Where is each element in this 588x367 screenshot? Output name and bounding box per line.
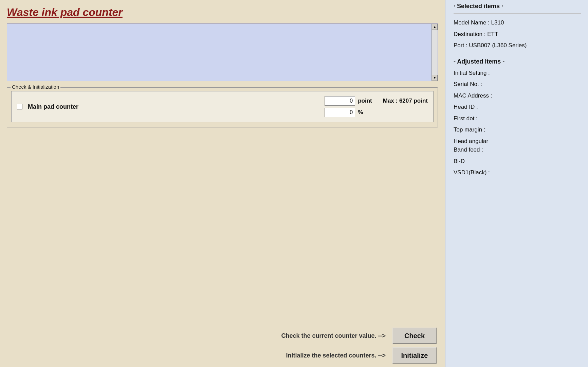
counter-inputs: point Max : 6207 point %: [325, 96, 428, 117]
scroll-up-arrow[interactable]: ▲: [432, 24, 438, 30]
scrollbar-track[interactable]: [432, 30, 438, 75]
page-title: Waste ink pad counter: [7, 6, 438, 19]
counter-box: Main pad counter point Max : 6207 point …: [11, 91, 434, 122]
percent-unit: %: [358, 109, 363, 116]
adjusted-items-header: - Adjusted items -: [454, 58, 581, 65]
main-pad-checkbox[interactable]: [17, 104, 22, 109]
scroll-down-arrow[interactable]: ▼: [432, 75, 438, 81]
check-button[interactable]: Check: [392, 328, 437, 344]
destination: Destination : ETT: [454, 30, 581, 39]
check-init-legend: Check & Initialization: [11, 84, 60, 90]
initialize-action-label: Initialize the selected counters. -->: [286, 352, 386, 359]
check-action-row: Check the current counter value. --> Che…: [7, 328, 438, 344]
initialize-action-row: Initialize the selected counters. --> In…: [7, 347, 438, 364]
head-id: Head ID :: [454, 103, 581, 111]
first-dot: First dot :: [454, 114, 581, 123]
serial-no: Serial No. :: [454, 80, 581, 89]
point-row: point Max : 6207 point: [325, 96, 428, 106]
point-unit: point: [358, 98, 372, 104]
model-name: Model Name : L310: [454, 18, 581, 27]
band-feed-label: Band feed :: [454, 146, 483, 153]
port: Port : USB007 (L360 Series): [454, 41, 581, 50]
log-scrollbar[interactable]: ▲ ▼: [431, 24, 438, 81]
max-label: Max : 6207 point: [383, 98, 428, 104]
selected-items-header: · Selected items ·: [454, 0, 581, 14]
action-area: Check the current counter value. --> Che…: [7, 134, 438, 367]
percent-row: %: [325, 108, 428, 117]
percent-input[interactable]: [325, 108, 355, 117]
initial-setting: Initial Setting :: [454, 69, 581, 77]
vsd1-black: VSD1(Black) :: [454, 168, 581, 177]
mac-address: MAC Address :: [454, 91, 581, 100]
check-init-group: Check & Initialization Main pad counter …: [7, 87, 438, 127]
head-angular: Head angular Band feed :: [454, 137, 581, 154]
point-input[interactable]: [325, 96, 355, 106]
top-margin: Top margin :: [454, 125, 581, 134]
head-angular-label: Head angular: [454, 138, 488, 144]
main-pad-label: Main pad counter: [28, 103, 319, 110]
check-action-label: Check the current counter value. -->: [281, 332, 386, 339]
initialize-button[interactable]: Initialize: [392, 347, 437, 364]
right-panel: · Selected items · Model Name : L310 Des…: [445, 0, 588, 367]
main-panel: Waste ink pad counter ▲ ▼ Check & Initia…: [0, 0, 445, 367]
log-area: ▲ ▼: [7, 23, 438, 81]
bi-d: Bi-D: [454, 157, 581, 166]
